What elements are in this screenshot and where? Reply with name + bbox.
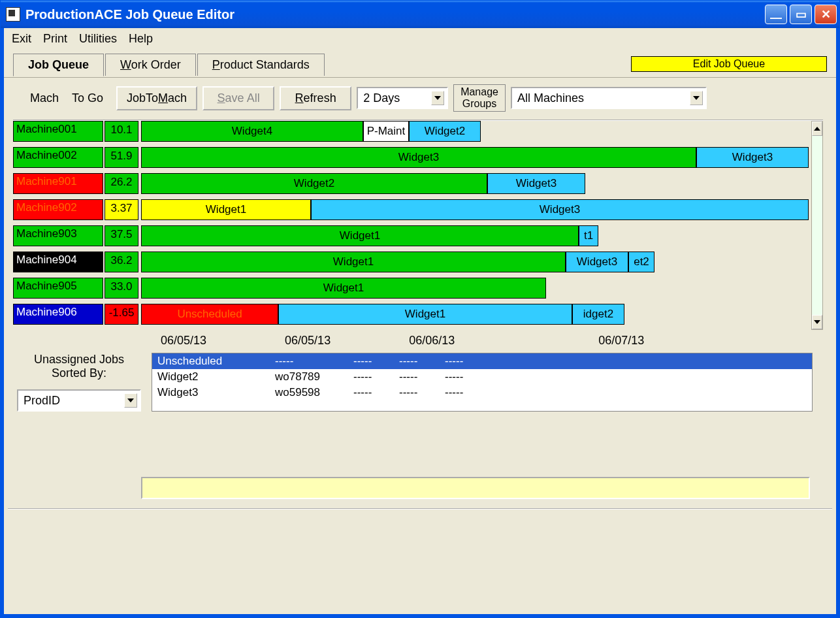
date-axis: 06/05/13 06/05/13 06/06/13 06/07/13	[161, 334, 813, 348]
app-window: ProductionACE Job Queue Editor — ▭ ✕ Exi…	[0, 0, 840, 618]
client-area: Exit Print Utilities Help Job Queue Work…	[1, 28, 839, 617]
gantt-bar[interactable]: Widget3	[311, 199, 809, 220]
togo-cell: -1.65	[105, 304, 138, 325]
table-cell: -----	[353, 370, 380, 383]
machine-cell[interactable]: Machine901	[13, 173, 103, 194]
gantt-bar[interactable]: t1	[579, 225, 598, 246]
table-cell: -----	[353, 386, 380, 399]
table-cell: wo78789	[275, 370, 334, 383]
titlebar[interactable]: ProductionACE Job Queue Editor — ▭ ✕	[1, 1, 839, 28]
unassigned-jobs-table[interactable]: Unscheduled--------------------Widget2wo…	[152, 353, 813, 412]
date-tick: 06/05/13	[161, 334, 206, 348]
machine-cell[interactable]: Machine002	[13, 147, 103, 168]
gantt-bar[interactable]: Widget3	[141, 147, 696, 168]
table-row[interactable]: Unscheduled--------------------	[152, 353, 812, 369]
gantt-row[interactable]: Machine90337.5Widget1t1	[13, 225, 809, 246]
close-button[interactable]: ✕	[815, 5, 837, 24]
gantt-bar[interactable]: Widget1	[141, 225, 579, 246]
gantt-rows: Machine00110.1Widget4P-MaintWidget2Machi…	[13, 121, 809, 330]
gantt-bar[interactable]: Widget2	[409, 121, 481, 142]
gantt-bar[interactable]: Widget2	[141, 173, 487, 194]
manage-groups-l2: Groups	[460, 98, 498, 110]
gantt-bar[interactable]: Widget1	[141, 278, 546, 299]
gantt-bars: Widget1Widget3	[141, 199, 809, 220]
gantt-row[interactable]: Machine90533.0Widget1	[13, 278, 809, 299]
refresh-button[interactable]: Refresh	[280, 86, 351, 110]
unassigned-sort-box: Unassigned Jobs Sorted By: ProdID	[17, 353, 141, 412]
machine-cell[interactable]: Machine902	[13, 199, 103, 220]
vertical-scrollbar[interactable]	[811, 121, 823, 330]
table-row[interactable]: Widget3wo59598---------------	[152, 385, 812, 400]
lower-panel: Unassigned Jobs Sorted By: ProdID Unsche…	[4, 353, 836, 412]
gantt-bar[interactable]: Widget3	[487, 173, 585, 194]
table-cell: -----	[399, 370, 425, 383]
scroll-down-icon[interactable]	[812, 315, 822, 329]
gantt-row[interactable]: Machine00251.9Widget3Widget3	[13, 147, 809, 168]
togo-cell: 26.2	[105, 173, 138, 194]
menu-exit[interactable]: Exit	[12, 32, 31, 46]
gantt-bar[interactable]: Widget3	[566, 252, 628, 272]
table-row[interactable]: Widget2wo78789---------------	[152, 369, 812, 385]
gantt-bar[interactable]: P-Maint	[363, 121, 409, 142]
togo-cell: 36.2	[105, 252, 138, 272]
gantt-bars: UnscheduledWidget1idget2	[141, 304, 809, 325]
tab-work-order[interactable]: Work Order	[105, 54, 196, 76]
gantt-row[interactable]: Machine90126.2Widget2Widget3	[13, 173, 809, 194]
menubar: Exit Print Utilities Help	[4, 28, 836, 50]
gantt-bar[interactable]: Widget1	[278, 304, 572, 325]
gantt-bar[interactable]: et2	[628, 252, 654, 272]
scroll-track[interactable]	[812, 136, 822, 315]
table-cell: -----	[445, 386, 471, 399]
date-tick: 06/05/13	[285, 334, 331, 348]
machine-cell[interactable]: Machine905	[13, 278, 103, 299]
gantt-bar[interactable]: Widget1	[141, 252, 566, 272]
date-range-select[interactable]: 2 Days	[357, 87, 448, 109]
gantt-row[interactable]: Machine906-1.65UnscheduledWidget1idget2	[13, 304, 809, 325]
window-buttons: — ▭ ✕	[765, 5, 837, 24]
chevron-down-icon	[124, 393, 137, 408]
gantt-row[interactable]: Machine00110.1Widget4P-MaintWidget2	[13, 121, 809, 142]
tab-work-order-label: Work Order	[120, 58, 181, 71]
date-range-value: 2 Days	[363, 91, 400, 105]
machine-cell[interactable]: Machine903	[13, 225, 103, 246]
gantt-bar[interactable]: Unscheduled	[141, 304, 278, 325]
menu-utilities[interactable]: Utilities	[79, 32, 117, 46]
machines-filter-select[interactable]: All Machines	[511, 87, 707, 109]
tab-product-standards-label: Product Standards	[212, 58, 310, 71]
gantt-bars: Widget2Widget3	[141, 173, 809, 194]
machine-cell[interactable]: Machine001	[13, 121, 103, 142]
gantt-bar[interactable]: Widget1	[141, 199, 311, 220]
tabs-row: Job Queue Work Order Product Standards E…	[4, 50, 836, 77]
gantt-bars: Widget1	[141, 278, 809, 299]
togo-cell: 10.1	[105, 121, 138, 142]
machine-cell[interactable]: Machine904	[13, 252, 103, 272]
togo-cell: 33.0	[105, 278, 138, 299]
maximize-button[interactable]: ▭	[790, 5, 812, 24]
manage-groups-button[interactable]: Manage Groups	[453, 84, 506, 112]
saveall-button[interactable]: Save All	[202, 86, 274, 110]
unassigned-heading-1: Unassigned Jobs	[17, 353, 141, 366]
date-tick: 06/06/13	[409, 334, 455, 348]
menu-help[interactable]: Help	[129, 32, 153, 46]
gantt-bar[interactable]: Widget4	[141, 121, 363, 142]
table-cell: Widget3	[157, 386, 255, 399]
gantt-row[interactable]: Machine90436.2Widget1Widget3et2	[13, 252, 809, 272]
sort-by-select[interactable]: ProdID	[17, 389, 141, 412]
unassigned-heading-2: Sorted By:	[17, 366, 141, 380]
gantt-bar[interactable]: Widget3	[696, 147, 809, 168]
tab-job-queue[interactable]: Job Queue	[13, 54, 104, 76]
table-cell: -----	[445, 355, 471, 368]
gantt-bars: Widget1t1	[141, 225, 809, 246]
tab-product-standards[interactable]: Product Standards	[197, 54, 325, 76]
menu-print[interactable]: Print	[43, 32, 67, 46]
table-cell: Widget2	[157, 370, 255, 383]
machine-cell[interactable]: Machine906	[13, 304, 103, 325]
jobtomach-button[interactable]: JobToMach	[116, 86, 197, 110]
scroll-up-icon[interactable]	[812, 122, 822, 136]
table-cell: Unscheduled	[157, 355, 255, 368]
gantt-bar[interactable]: idget2	[572, 304, 624, 325]
gantt-row[interactable]: Machine9023.37Widget1Widget3	[13, 199, 809, 220]
gantt-bars: Widget3Widget3	[141, 147, 809, 168]
minimize-button[interactable]: —	[765, 5, 787, 24]
toolbar: Mach To Go JobToMach Save All Refresh 2 …	[4, 77, 836, 116]
